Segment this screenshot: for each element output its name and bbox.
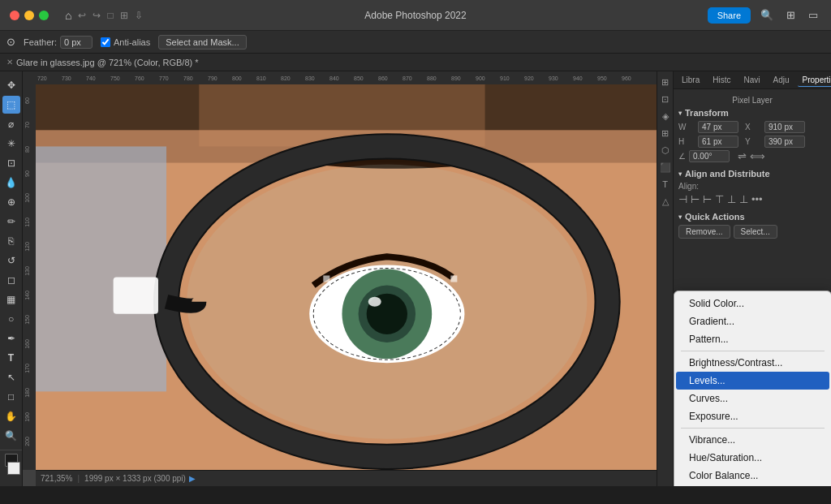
minimize-button[interactable] <box>24 11 34 20</box>
right-sidebar: ⊞ ⊡ ◈ ⊞ ⬡ ⬛ T △ <box>657 71 673 486</box>
tab-histc[interactable]: Histc <box>708 74 735 86</box>
magic-wand-tool[interactable]: ✳ <box>2 135 20 153</box>
main-layout: ✥ ⬚ ⌀ ✳ ⊡ 💧 ⊕ ✏ ⎘ ↺ ◻ ▦ ○ ✒ T ↖ □ ✋ 🔍 <box>0 71 831 486</box>
svg-text:750: 750 <box>110 75 120 81</box>
menu-item-solid-color---[interactable]: Solid Color... <box>676 295 829 312</box>
svg-text:790: 790 <box>208 75 217 81</box>
eraser-tool[interactable]: ◻ <box>2 271 20 289</box>
menu-item-curves---[interactable]: Curves... <box>676 390 829 407</box>
menu-item-black---white---[interactable]: Black & White... <box>676 485 829 486</box>
svg-text:760: 760 <box>135 75 144 81</box>
more-options[interactable]: ••• <box>751 193 763 205</box>
align-header[interactable]: ▾ Align and Distribute <box>678 169 826 179</box>
align-left-edge[interactable]: ⊣ <box>678 193 687 205</box>
toolbar-icon2[interactable]: ⊞ <box>120 10 128 21</box>
align-right-edge[interactable]: ⊢ <box>703 193 712 205</box>
shape2-icon[interactable]: △ <box>658 194 673 209</box>
document-tab[interactable]: ✕ Glare in glasses.jpg @ 721% (Color, RG… <box>0 54 831 71</box>
share-button[interactable]: Share <box>708 7 751 24</box>
antialias-option[interactable]: Anti-alias <box>101 37 150 47</box>
zoom-level: 721,35% <box>41 474 72 483</box>
panel-toggle-icon[interactable]: ▭ <box>805 7 821 23</box>
svg-text:90: 90 <box>24 170 30 177</box>
h-value[interactable]: 61 px <box>698 136 738 148</box>
shape-tool[interactable]: □ <box>2 388 20 406</box>
svg-text:190: 190 <box>24 412 30 422</box>
toolbar-icon3[interactable]: ⇩ <box>135 10 143 21</box>
menu-item-vibrance---[interactable]: Vibrance... <box>676 431 829 449</box>
select-mask-button[interactable]: Select and Mask... <box>158 35 247 50</box>
maximize-button[interactable] <box>39 11 49 20</box>
select-button[interactable]: Select... <box>734 225 777 239</box>
svg-text:200: 200 <box>24 437 30 446</box>
align-v-center[interactable]: ⊥ <box>727 193 736 205</box>
transform-row-angle: ∠ 0.00° ⇌ ⟺ <box>678 150 826 162</box>
type2-icon[interactable]: T <box>658 177 673 192</box>
grid-icon[interactable]: ⊞ <box>658 126 673 140</box>
x-value[interactable]: 910 px <box>764 121 805 133</box>
clone-tool[interactable]: ⎘ <box>2 232 20 250</box>
y-value[interactable]: 390 px <box>764 136 805 148</box>
flip-icon[interactable]: ⟺ <box>750 150 765 162</box>
menu-item-brightness-contrast---[interactable]: Brightness/Contrast... <box>676 354 829 372</box>
type-tool[interactable]: T <box>2 349 20 367</box>
svg-text:840: 840 <box>329 75 339 81</box>
menu-item-color-balance---[interactable]: Color Balance... <box>676 467 829 485</box>
link-icon[interactable]: ⇌ <box>738 150 747 162</box>
workspace-icon[interactable]: ⊞ <box>783 7 799 23</box>
svg-text:770: 770 <box>159 75 169 81</box>
history-forward-icon[interactable]: ↪ <box>93 10 101 21</box>
tab-navi[interactable]: Navi <box>738 74 764 86</box>
y-label: Y <box>745 137 761 146</box>
menu-item-gradient---[interactable]: Gradient... <box>676 312 829 330</box>
align-bottom-edge[interactable]: ⊥ <box>739 193 748 205</box>
close-button[interactable] <box>10 11 19 20</box>
angle-value[interactable]: 0.00° <box>689 150 730 162</box>
w-value[interactable]: 47 px <box>698 121 738 133</box>
align-h-center[interactable]: ⊢ <box>691 193 700 205</box>
spot-heal-tool[interactable]: ⊕ <box>2 193 20 211</box>
menu-item-pattern---[interactable]: Pattern... <box>676 330 829 348</box>
layer3d-icon[interactable]: ◈ <box>658 109 673 123</box>
move-tool[interactable]: ✥ <box>2 76 20 94</box>
tab-properties[interactable]: Properties <box>798 74 831 87</box>
feather-input[interactable] <box>60 36 93 49</box>
info-arrow[interactable]: ▶ <box>189 474 196 483</box>
antialias-checkbox[interactable] <box>101 37 110 47</box>
tab-libra[interactable]: Libra <box>677 74 704 86</box>
menu-item-levels---[interactable]: Levels... <box>676 372 829 390</box>
lasso-tool[interactable]: ⌀ <box>2 115 20 133</box>
mode-icon[interactable]: ⊞ <box>658 75 673 89</box>
hand-tool[interactable]: ✋ <box>2 407 20 425</box>
gradient-tool[interactable]: ▦ <box>2 291 20 308</box>
transform-header[interactable]: ▾ Transform <box>678 108 826 118</box>
search-icon[interactable]: 🔍 <box>757 7 777 23</box>
history-brush-tool[interactable]: ↺ <box>2 252 20 269</box>
brush-tool[interactable]: ✏ <box>2 213 20 230</box>
toolbar-right: Share 🔍 ⊞ ▭ <box>708 7 821 24</box>
path-select-tool[interactable]: ↖ <box>2 368 20 386</box>
swatches-icon[interactable]: ⬛ <box>658 160 673 174</box>
menu-item-hue-saturation---[interactable]: Hue/Saturation... <box>676 449 829 467</box>
quick-actions-header[interactable]: ▾ Quick Actions <box>678 212 826 222</box>
crop-tool[interactable]: ⊡ <box>2 154 20 172</box>
menu-item-exposure---[interactable]: Exposure... <box>676 407 829 425</box>
eyedropper-tool[interactable]: 💧 <box>2 174 20 192</box>
remove-button[interactable]: Remove... <box>678 225 730 239</box>
home-icon[interactable]: ⌂ <box>65 9 71 22</box>
brush2-icon[interactable]: ⬡ <box>658 143 673 157</box>
selection-tool[interactable]: ⬚ <box>2 96 20 114</box>
tab-adju[interactable]: Adju <box>769 74 794 86</box>
background-color[interactable] <box>7 462 20 475</box>
qa-chevron: ▾ <box>678 213 682 221</box>
pen-tool[interactable]: ✒ <box>2 330 20 347</box>
toolbar-icon1[interactable]: □ <box>107 10 113 21</box>
align-top-edge[interactable]: ⊤ <box>715 193 724 205</box>
align-chevron: ▾ <box>678 170 682 178</box>
canvas-content[interactable] <box>36 84 657 470</box>
history-back-icon[interactable]: ↩ <box>78 10 86 21</box>
zoom-tool[interactable]: 🔍 <box>2 427 20 445</box>
window-controls[interactable] <box>10 11 49 20</box>
artboard-icon[interactable]: ⊡ <box>658 92 673 106</box>
dodge-tool[interactable]: ○ <box>2 310 20 328</box>
